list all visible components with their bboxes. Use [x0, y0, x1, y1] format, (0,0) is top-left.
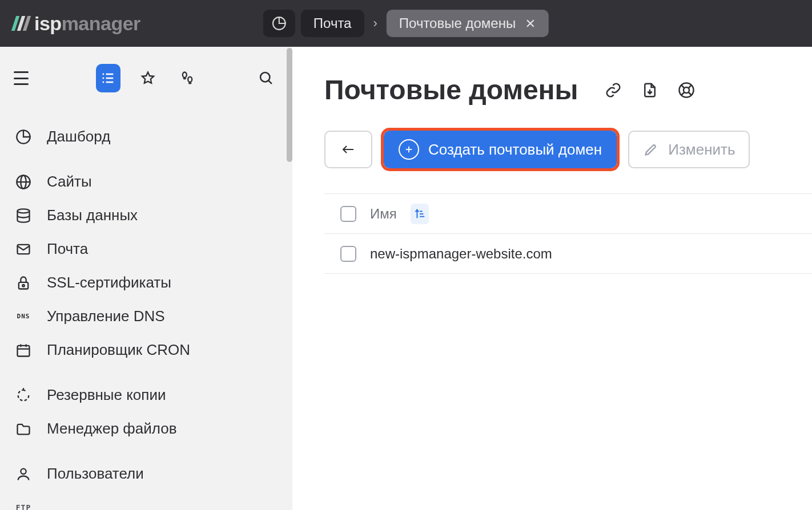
sidebar-item-label: Резервные копии — [47, 386, 166, 404]
svg-point-8 — [260, 72, 270, 82]
sidebar-item-users[interactable]: Пользователи — [9, 457, 283, 491]
footsteps-icon — [179, 70, 195, 86]
sidebar-item-mail[interactable]: Почта — [9, 232, 283, 266]
table-header: Имя — [324, 194, 812, 234]
sidebar-item-dns[interactable]: DNS Управление DNS — [9, 299, 283, 333]
svg-rect-17 — [18, 345, 30, 356]
select-all-checkbox[interactable] — [340, 206, 356, 222]
close-icon[interactable] — [525, 18, 536, 29]
help-button[interactable] — [678, 82, 695, 99]
svg-rect-15 — [19, 282, 28, 289]
lock-icon — [15, 274, 32, 292]
svg-line-31 — [688, 85, 691, 88]
ftp-icon: FTP — [15, 499, 32, 510]
chevron-right-icon: › — [369, 16, 380, 31]
breadcrumb: Почта › Почтовые домены — [263, 10, 549, 37]
sidebar-item-databases[interactable]: Базы данных — [9, 199, 283, 232]
refresh-icon — [15, 387, 32, 404]
svg-line-9 — [268, 80, 272, 84]
svg-point-13 — [18, 209, 30, 213]
sidebar-top-tabs — [9, 64, 283, 110]
mail-domains-table: Имя new-ispmanager-website.com — [324, 193, 812, 274]
edit-button-label: Изменить — [668, 141, 735, 159]
sidebar-item-label: Дашборд — [47, 128, 110, 145]
svg-point-6 — [183, 72, 187, 78]
main-content: Почтовые домены Создать почтовый домен И… — [292, 47, 812, 510]
svg-point-16 — [22, 284, 25, 286]
download-button[interactable] — [641, 82, 658, 99]
sidebar-item-label: Планировщик CRON — [47, 341, 190, 359]
dns-icon: DNS — [15, 308, 32, 325]
menu-toggle-button[interactable] — [14, 71, 29, 85]
sidebar-item-label: Базы данных — [47, 207, 138, 224]
table-row[interactable]: new-ispmanager-website.com — [324, 234, 812, 274]
sidebar-item-label: Управление DNS — [47, 307, 165, 325]
svg-line-32 — [681, 92, 684, 95]
row-checkbox[interactable] — [340, 246, 356, 262]
tab-favorites[interactable] — [135, 64, 160, 92]
sidebar-item-ftp[interactable]: FTP — [9, 491, 283, 510]
logo[interactable]: ispmanager — [14, 13, 140, 35]
sidebar-item-backup[interactable]: Резервные копии — [9, 378, 283, 412]
create-button-label: Создать почтовый домен — [428, 141, 602, 159]
toolbar: Создать почтовый домен Изменить — [324, 131, 812, 168]
sort-asc-icon — [413, 208, 426, 220]
breadcrumb-current-label: Почтовые домены — [399, 15, 516, 31]
sort-button[interactable] — [411, 204, 429, 224]
tab-menu[interactable] — [96, 64, 120, 92]
globe-icon — [15, 173, 32, 191]
svg-point-1 — [103, 78, 104, 79]
breadcrumb-parent-label: Почта — [313, 15, 352, 31]
sidebar-item-sites[interactable]: Сайты — [9, 165, 283, 199]
svg-line-33 — [688, 92, 691, 95]
mail-icon — [15, 241, 32, 258]
page-title: Почтовые домены — [324, 74, 578, 106]
dashboard-shortcut-button[interactable] — [263, 10, 295, 37]
sidebar-item-label: SSL-сертификаты — [47, 274, 171, 292]
sidebar: Дашборд Сайты Базы данных Почта SSL-серт… — [0, 47, 292, 510]
sidebar-scrollbar[interactable] — [287, 48, 292, 162]
folder-icon — [15, 420, 32, 438]
svg-point-0 — [103, 74, 104, 75]
list-icon — [100, 70, 116, 86]
svg-point-2 — [103, 82, 104, 83]
breadcrumb-current[interactable]: Почтовые домены — [387, 10, 549, 37]
edit-button[interactable]: Изменить — [628, 131, 750, 168]
header-actions — [605, 82, 695, 99]
breadcrumb-parent[interactable]: Почта — [301, 10, 364, 37]
sidebar-item-cron[interactable]: Планировщик CRON — [9, 333, 283, 367]
logo-icon — [14, 16, 29, 31]
svg-point-29 — [684, 87, 689, 93]
create-mail-domain-button[interactable]: Создать почтовый домен — [384, 131, 617, 168]
page-header: Почтовые домены — [324, 74, 812, 106]
search-icon — [258, 70, 274, 86]
database-icon — [15, 207, 32, 224]
row-name: new-ispmanager-website.com — [370, 246, 552, 262]
pie-chart-icon — [272, 16, 287, 31]
plus-circle-icon — [399, 139, 419, 160]
star-icon — [140, 70, 156, 86]
calendar-icon — [15, 342, 32, 359]
pie-chart-icon — [15, 128, 32, 145]
sidebar-item-dashboard[interactable]: Дашборд — [9, 120, 283, 153]
sidebar-item-ssl[interactable]: SSL-сертификаты — [9, 266, 283, 299]
sidebar-item-label: Сайты — [47, 173, 92, 191]
column-name-header[interactable]: Имя — [370, 206, 397, 222]
user-icon — [15, 466, 32, 483]
svg-point-27 — [21, 468, 26, 473]
svg-point-7 — [188, 77, 192, 82]
back-button[interactable] — [324, 131, 372, 168]
svg-line-30 — [681, 85, 684, 88]
sidebar-item-filemanager[interactable]: Менеджер файлов — [9, 412, 283, 446]
search-button[interactable] — [254, 64, 279, 92]
topbar: ispmanager Почта › Почтовые домены — [0, 0, 812, 47]
sidebar-item-label: Менеджер файлов — [47, 420, 176, 438]
pencil-icon — [643, 141, 659, 157]
tab-activity[interactable] — [175, 64, 199, 92]
arrow-left-icon — [339, 143, 358, 156]
sidebar-item-label: Пользователи — [47, 465, 144, 483]
sidebar-item-label: Почта — [47, 240, 88, 258]
link-button[interactable] — [605, 82, 622, 99]
